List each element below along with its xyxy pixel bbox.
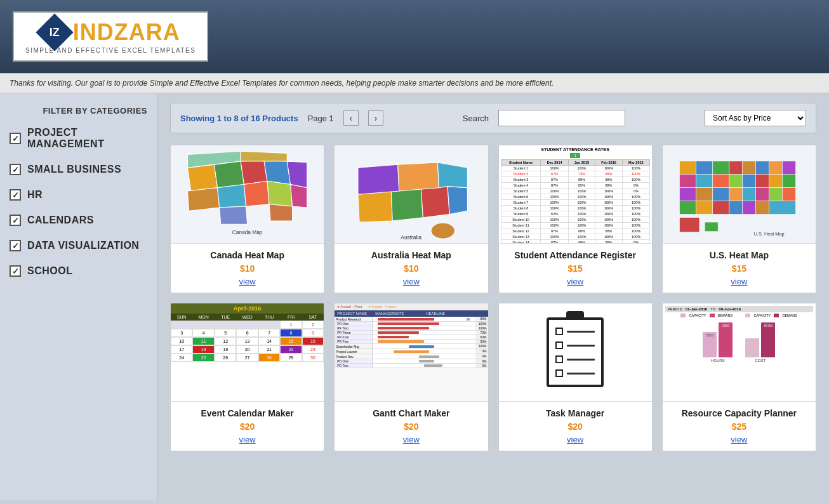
sidebar-item-project-management[interactable]: PROJECT MANAGEMENT xyxy=(10,127,147,150)
checkbox-project-management[interactable] xyxy=(10,133,21,144)
svg-rect-36 xyxy=(696,175,712,188)
product-name-event-calendar: Event Calendar Maker xyxy=(176,408,319,418)
svg-marker-8 xyxy=(244,181,269,206)
search-input[interactable] xyxy=(498,110,625,126)
product-view-australia-heat-map[interactable]: view xyxy=(340,277,482,286)
product-view-student-attendance[interactable]: view xyxy=(504,277,647,286)
sidebar-item-calendars[interactable]: CALENDARS xyxy=(10,215,147,226)
svg-rect-59 xyxy=(705,222,718,232)
product-card-student-attendance[interactable]: STUDENT ATTENDANCE RATES 1 Student NameD… xyxy=(498,145,653,293)
product-card-event-calendar[interactable]: April-2016 SUNMONTUEWEDTHUFRISAT 1 2 xyxy=(170,303,324,451)
product-price-canada-heat-map: $10 xyxy=(176,263,319,274)
sidebar-label-calendars: CALENDARS xyxy=(27,215,94,226)
sidebar-label-project-management: PROJECT MANAGEMENT xyxy=(27,127,147,150)
sidebar-label-data-visualization: DATA VISUALIZATION xyxy=(27,240,139,251)
svg-rect-32 xyxy=(755,161,769,175)
svg-rect-51 xyxy=(679,201,696,214)
svg-marker-3 xyxy=(241,160,267,185)
product-name-australia-heat-map: Australia Heat Map xyxy=(340,250,482,260)
svg-marker-13 xyxy=(220,206,248,224)
product-grid: Canada Map Canada Heat Map $10 view xyxy=(170,145,816,451)
product-view-us-heat-map[interactable]: view xyxy=(668,277,811,286)
sidebar-item-small-business[interactable]: SMALL BUSINESS xyxy=(10,164,147,175)
checkbox-calendars[interactable] xyxy=(10,215,21,226)
svg-rect-45 xyxy=(713,188,729,201)
product-name-us-heat-map: U.S. Heat Map xyxy=(668,250,811,260)
top-bar: Showing 1 to 8 of 16 Products Page 1 ‹ ›… xyxy=(170,103,816,133)
product-price-task-manager: $20 xyxy=(504,421,647,432)
checkbox-hr[interactable] xyxy=(10,189,21,201)
svg-marker-10 xyxy=(291,184,307,208)
search-label: Search xyxy=(463,114,489,123)
logo-diamond-icon: IZ xyxy=(36,13,73,51)
sidebar-item-school[interactable]: SCHOOL xyxy=(10,265,147,277)
svg-marker-18 xyxy=(392,188,423,221)
main-container: FILTER BY CATEGORIES PROJECT MANAGEMENT … xyxy=(0,93,829,500)
svg-marker-17 xyxy=(358,191,392,222)
product-price-gantt-chart: $20 xyxy=(340,421,482,432)
svg-rect-29 xyxy=(713,161,729,175)
product-view-task-manager[interactable]: view xyxy=(504,435,647,444)
product-card-resource-capacity[interactable]: PERIOD01-Jan-2016TO09-Jun-2016 CAPACITY … xyxy=(662,303,816,451)
svg-rect-52 xyxy=(696,201,712,214)
product-thumbnail-us-heat-map: U.S. Heat Map xyxy=(663,145,816,244)
sidebar-label-small-business: SMALL BUSINESS xyxy=(27,164,121,175)
svg-rect-40 xyxy=(755,175,769,188)
svg-marker-9 xyxy=(267,181,293,206)
svg-rect-30 xyxy=(729,161,743,175)
product-card-australia-heat-map[interactable]: Australia Australia Heat Map $10 view xyxy=(334,145,488,293)
logo-zara: ZARA xyxy=(114,19,180,45)
product-card-canada-heat-map[interactable]: Canada Map Canada Heat Map $10 view xyxy=(170,145,324,293)
svg-rect-56 xyxy=(755,201,769,214)
product-thumbnail-gantt-chart: ● Actual - Past ● Actual - Future PROJEC… xyxy=(335,303,487,402)
gantt-visual: ● Actual - Past ● Actual - Future PROJEC… xyxy=(335,303,487,401)
checkbox-data-visualization[interactable] xyxy=(10,240,21,251)
product-card-task-manager[interactable]: Task Manager $20 view xyxy=(498,303,653,451)
svg-rect-42 xyxy=(782,175,795,188)
product-info-canada-heat-map: Canada Heat Map $10 view xyxy=(171,244,324,293)
svg-marker-4 xyxy=(264,160,291,185)
svg-rect-41 xyxy=(769,175,782,188)
svg-rect-34 xyxy=(782,161,795,175)
svg-marker-1 xyxy=(188,164,218,191)
header: IZ INDZARA SIMPLE AND EFFECTIVE EXCEL TE… xyxy=(0,0,829,73)
svg-rect-44 xyxy=(696,188,712,201)
product-info-us-heat-map: U.S. Heat Map $15 view xyxy=(663,244,816,293)
checkbox-school[interactable] xyxy=(10,265,21,277)
sidebar-title: FILTER BY CATEGORIES xyxy=(10,106,147,116)
product-card-us-heat-map[interactable]: U.S. Heat Map U.S. Heat Map $15 view xyxy=(662,145,816,293)
sidebar-label-school: SCHOOL xyxy=(27,265,72,277)
svg-rect-54 xyxy=(729,201,743,214)
svg-marker-22 xyxy=(398,162,439,191)
svg-rect-33 xyxy=(769,161,782,175)
product-thumbnail-task-manager xyxy=(499,303,652,402)
svg-point-24 xyxy=(431,223,455,239)
svg-rect-49 xyxy=(769,188,782,201)
product-view-event-calendar[interactable]: view xyxy=(176,435,319,444)
banner: Thanks for visiting. Our goal is to prov… xyxy=(0,73,829,93)
svg-text:Canada Map: Canada Map xyxy=(232,229,263,235)
svg-rect-55 xyxy=(743,201,756,214)
product-card-gantt-chart[interactable]: ● Actual - Past ● Actual - Future PROJEC… xyxy=(334,303,488,451)
logo[interactable]: IZ INDZARA SIMPLE AND EFFECTIVE EXCEL TE… xyxy=(13,11,208,62)
showing-text: Showing 1 to 8 of 16 Products xyxy=(180,114,298,123)
svg-text:Australia: Australia xyxy=(401,234,422,241)
product-info-student-attendance: Student Attendance Register $15 view xyxy=(499,244,652,293)
sidebar-item-data-visualization[interactable]: DATA VISUALIZATION xyxy=(10,240,147,251)
sort-select[interactable]: Sort Asc by Price Sort Desc by Price Sor… xyxy=(705,110,806,126)
next-page-button[interactable]: › xyxy=(368,110,383,126)
svg-rect-31 xyxy=(743,161,756,175)
product-thumbnail-canada-heat-map: Canada Map xyxy=(171,145,324,244)
svg-text:U.S. Heat Map: U.S. Heat Map xyxy=(753,231,784,237)
svg-rect-43 xyxy=(679,188,696,201)
prev-page-button[interactable]: ‹ xyxy=(343,110,359,126)
product-view-resource-capacity[interactable]: view xyxy=(668,435,811,444)
product-view-gantt-chart[interactable]: view xyxy=(340,435,482,444)
sidebar-item-hr[interactable]: HR xyxy=(10,189,147,201)
logo-top: IZ INDZARA xyxy=(41,19,180,46)
product-thumbnail-australia-heat-map: Australia xyxy=(335,145,487,244)
product-thumbnail-student-attendance: STUDENT ATTENDANCE RATES 1 Student NameD… xyxy=(499,145,652,244)
svg-rect-35 xyxy=(679,175,696,188)
checkbox-small-business[interactable] xyxy=(10,164,21,175)
product-view-canada-heat-map[interactable]: view xyxy=(176,277,319,286)
